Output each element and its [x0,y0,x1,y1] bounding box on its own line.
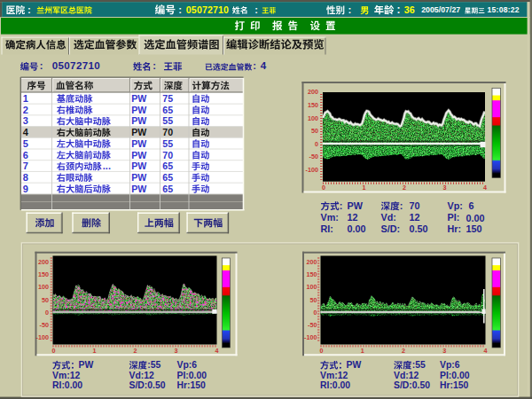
svg-text:-50: -50 [309,153,318,160]
svg-text:PW: PW [131,93,146,104]
svg-text:Vm:: Vm: [321,212,339,223]
svg-text:05072710: 05072710 [52,59,100,71]
svg-text::: : [254,4,258,15]
svg-text:S/D:0.50: S/D:0.50 [394,380,430,390]
svg-text:12: 12 [348,212,358,223]
svg-text::: : [397,4,401,16]
svg-text:100: 100 [307,283,317,291]
svg-text:PW: PW [347,360,362,370]
svg-text:S/D:0.50: S/D:0.50 [129,380,166,390]
svg-text:36: 36 [404,4,415,15]
svg-text::: : [153,60,156,71]
svg-text:3: 3 [443,184,447,192]
svg-text:Vp:6: Vp:6 [440,360,460,370]
svg-text:Hr:150: Hr:150 [440,380,469,390]
svg-text:5: 5 [23,138,28,149]
svg-text:Vd:12: Vd:12 [129,371,155,380]
svg-text:PW: PW [131,150,146,160]
svg-text:100: 100 [308,114,318,122]
svg-text:PW: PW [131,127,146,137]
svg-text:9: 9 [23,184,28,194]
svg-text:-100: -100 [306,166,318,174]
svg-text:PW: PW [348,200,364,211]
svg-text:8: 8 [23,172,28,183]
svg-text:3: 3 [175,347,178,355]
svg-text:12: 12 [410,212,420,223]
svg-text:PI:0.00: PI:0.00 [440,371,470,380]
svg-text:0: 0 [315,140,318,148]
svg-text:70: 70 [410,200,420,211]
svg-text:2: 2 [134,347,137,355]
svg-text:Hr:: Hr: [448,223,462,234]
svg-text:0: 0 [45,309,49,317]
svg-text:1: 1 [23,93,28,104]
svg-text:2005/07/27: 2005/07/27 [421,5,460,14]
svg-text:PW: PW [131,184,146,194]
svg-text:2: 2 [23,105,28,115]
svg-text:2: 2 [402,347,405,355]
svg-text:65: 65 [162,184,173,194]
svg-text::: : [348,4,352,15]
svg-text:05072710: 05072710 [186,4,229,15]
svg-text:6: 6 [469,200,474,211]
svg-text:Hr:150: Hr:150 [177,380,207,390]
svg-text:PW: PW [131,172,146,183]
svg-text:200: 200 [38,258,49,266]
svg-text:-100: -100 [304,333,317,341]
svg-text:65: 65 [162,105,173,115]
svg-text::: : [253,60,256,71]
svg-text:55: 55 [162,138,173,149]
svg-text:200: 200 [307,258,317,266]
svg-text:PW: PW [131,115,146,126]
svg-text:0: 0 [314,309,317,317]
svg-text:3: 3 [442,347,446,355]
svg-text:4: 4 [261,59,267,71]
svg-text:4: 4 [215,347,219,355]
svg-text:1: 1 [361,347,364,355]
svg-text:100: 100 [38,283,49,291]
svg-text:PW: PW [131,105,146,115]
svg-text:50: 50 [311,127,318,135]
svg-text:150: 150 [38,270,49,278]
svg-text:0.00: 0.00 [348,223,366,234]
svg-text:6: 6 [23,150,28,160]
svg-text:S/D:: S/D: [381,223,401,234]
svg-text:3: 3 [23,115,28,126]
svg-text:2: 2 [403,184,406,192]
svg-text:0: 0 [52,347,56,355]
svg-text:...: ... [103,160,111,171]
svg-text:55: 55 [151,360,161,370]
svg-text:50: 50 [310,296,317,304]
svg-text:1: 1 [363,184,366,192]
svg-text:4: 4 [23,127,29,137]
svg-text:-100: -100 [36,333,49,341]
svg-text:70: 70 [162,127,173,137]
svg-text:Vm:12: Vm:12 [52,371,80,380]
svg-text:4: 4 [483,184,487,192]
svg-text:PW: PW [131,160,146,171]
svg-text::: : [40,60,43,71]
svg-text:150: 150 [466,223,482,234]
svg-text:RI:0.00: RI:0.00 [52,380,82,390]
svg-text:-50: -50 [308,321,317,329]
svg-text::: : [340,200,343,211]
svg-text:50: 50 [42,296,49,304]
svg-text:0.00: 0.00 [466,213,485,223]
svg-text:150: 150 [307,270,317,278]
svg-text:55: 55 [415,360,426,370]
svg-text:Vd:: Vd: [381,212,396,223]
svg-text:PI:: PI: [448,212,460,223]
svg-text:7: 7 [23,160,28,171]
svg-text:Vm:12: Vm:12 [320,371,348,380]
svg-text:200: 200 [308,88,318,96]
svg-text:PW: PW [131,138,146,149]
svg-text:Vd:12: Vd:12 [394,371,419,380]
svg-text:65: 65 [162,160,173,171]
svg-text:-50: -50 [40,321,49,329]
svg-text:75: 75 [162,93,173,104]
svg-text:65: 65 [162,172,173,183]
svg-text:55: 55 [162,115,173,126]
svg-text:4: 4 [484,347,488,355]
svg-text::: : [400,200,403,211]
svg-text:70: 70 [162,150,173,160]
